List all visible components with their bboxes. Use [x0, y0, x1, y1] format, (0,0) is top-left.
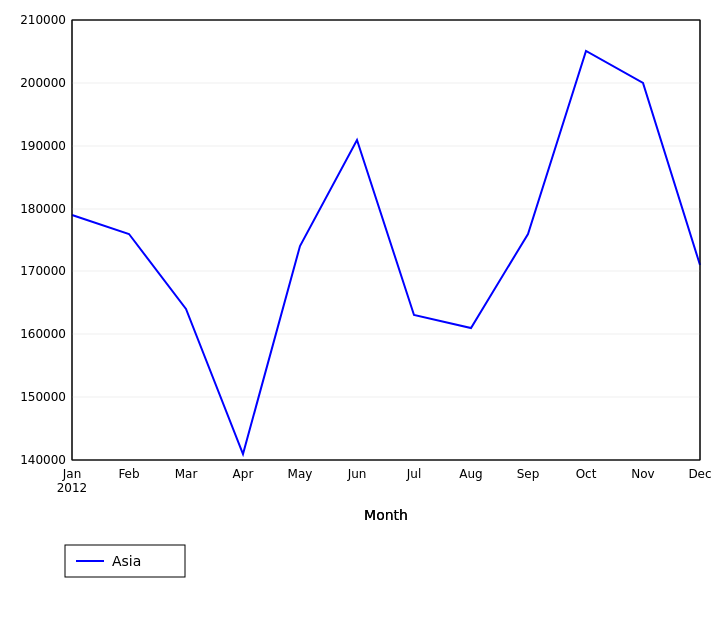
line-chart: 140000 150000 160000 170000 180000 19000…	[0, 0, 724, 621]
x-tick-oct: Oct	[576, 467, 597, 481]
x-axis-label-text: Month	[364, 507, 408, 523]
x-tick-sep: Sep	[517, 467, 540, 481]
x-tick-mar: Mar	[175, 467, 198, 481]
legend-label: Asia	[112, 553, 141, 569]
x-tick-nov: Nov	[631, 467, 654, 481]
x-tick-jan-year: 2012	[57, 481, 88, 495]
chart-container: 140000 150000 160000 170000 180000 19000…	[0, 0, 724, 621]
y-tick-170000: 170000	[20, 264, 66, 278]
x-tick-may: May	[288, 467, 313, 481]
y-tick-200000: 200000	[20, 76, 66, 90]
y-tick-190000: 190000	[20, 139, 66, 153]
x-tick-feb: Feb	[118, 467, 139, 481]
x-tick-jun: Jun	[347, 467, 367, 481]
x-tick-dec: Dec	[688, 467, 711, 481]
x-tick-aug: Aug	[459, 467, 482, 481]
y-tick-210000: 210000	[20, 13, 66, 27]
y-tick-140000: 140000	[20, 453, 66, 467]
x-tick-apr: Apr	[233, 467, 254, 481]
y-tick-180000: 180000	[20, 202, 66, 216]
plot-area	[72, 20, 700, 460]
y-tick-160000: 160000	[20, 327, 66, 341]
x-tick-jan: Jan	[62, 467, 82, 481]
x-tick-jul: Jul	[406, 467, 421, 481]
y-tick-150000: 150000	[20, 390, 66, 404]
